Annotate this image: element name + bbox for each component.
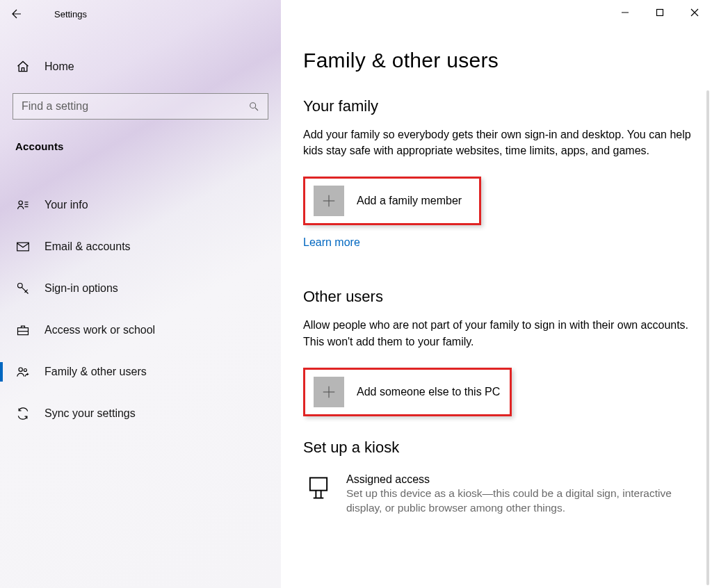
sidebar-item-label: Access work or school — [31, 324, 155, 336]
search-box[interactable] — [13, 93, 268, 120]
maximize-button[interactable] — [642, 0, 677, 25]
maximize-icon — [656, 8, 664, 17]
sidebar-item-email[interactable]: Email & accounts — [0, 226, 281, 268]
svg-point-2 — [250, 103, 256, 108]
svg-point-13 — [24, 369, 26, 372]
sidebar-item-label: Family & other users — [31, 366, 147, 378]
learn-more-link[interactable]: Learn more — [303, 236, 698, 249]
sidebar-item-label: Your info — [31, 199, 88, 211]
add-family-member-button[interactable]: Add a family member — [303, 177, 481, 225]
svg-rect-18 — [310, 477, 327, 490]
svg-point-12 — [19, 368, 22, 371]
kiosk-heading: Set up a kiosk — [303, 439, 698, 457]
sidebar-section-label: Accounts — [0, 128, 281, 159]
other-users-desc: Allow people who are not part of your fa… — [303, 317, 693, 349]
plus-icon — [314, 377, 344, 407]
settings-window: Settings Home — [0, 0, 712, 588]
svg-rect-1 — [657, 10, 663, 16]
person-icon — [15, 197, 31, 213]
content-area: Family & other users Your family Add you… — [281, 0, 712, 588]
home-icon — [15, 59, 31, 74]
family-desc: Add your family so everybody gets their … — [303, 126, 693, 158]
sidebar-home[interactable]: Home — [0, 47, 281, 86]
family-heading: Your family — [303, 97, 698, 115]
briefcase-icon — [15, 322, 31, 338]
svg-point-9 — [18, 284, 23, 288]
add-other-user-button[interactable]: Add someone else to this PC — [303, 368, 512, 416]
close-icon — [690, 8, 699, 17]
sidebar-item-sync[interactable]: Sync your settings — [0, 393, 281, 434]
add-other-user-label: Add someone else to this PC — [344, 386, 500, 398]
assigned-access-desc: Set up this device as a kiosk—this could… — [346, 486, 680, 516]
page-title: Family & other users — [303, 49, 698, 72]
sidebar-item-your-info[interactable]: Your info — [0, 184, 281, 226]
search-icon — [248, 101, 259, 112]
scrollbar[interactable] — [706, 90, 709, 585]
plus-icon — [314, 186, 344, 216]
close-button[interactable] — [677, 0, 712, 25]
titlebar: Settings — [0, 0, 712, 28]
add-family-label: Add a family member — [344, 195, 462, 207]
sidebar-item-family[interactable]: Family & other users — [0, 351, 281, 393]
other-users-heading: Other users — [303, 288, 698, 306]
svg-point-4 — [19, 201, 22, 204]
sidebar-home-label: Home — [31, 60, 74, 73]
people-icon — [15, 364, 31, 379]
kiosk-icon — [303, 473, 334, 500]
sidebar-item-label: Email & accounts — [31, 240, 131, 253]
search-input[interactable] — [22, 100, 248, 113]
sidebar-item-work-school[interactable]: Access work or school — [0, 309, 281, 351]
assigned-access-title: Assigned access — [346, 473, 680, 486]
sidebar: Home Accounts Your info Email & accounts — [0, 0, 281, 588]
svg-line-3 — [255, 108, 258, 111]
sidebar-item-label: Sync your settings — [31, 407, 136, 420]
sync-icon — [15, 406, 31, 421]
assigned-access-item[interactable]: Assigned access Set up this device as a … — [303, 468, 693, 516]
app-title: Settings — [33, 9, 87, 19]
sidebar-item-label: Sign-in options — [31, 282, 118, 295]
sidebar-item-signin[interactable]: Sign-in options — [0, 268, 281, 309]
svg-rect-8 — [17, 243, 29, 251]
sidebar-nav: Your info Email & accounts Sign-in optio… — [0, 159, 281, 434]
minimize-button[interactable] — [608, 0, 642, 25]
minimize-icon — [621, 8, 629, 17]
mail-icon — [15, 239, 31, 254]
arrow-left-icon — [10, 8, 23, 20]
back-button[interactable] — [0, 0, 33, 28]
key-icon — [15, 281, 31, 296]
